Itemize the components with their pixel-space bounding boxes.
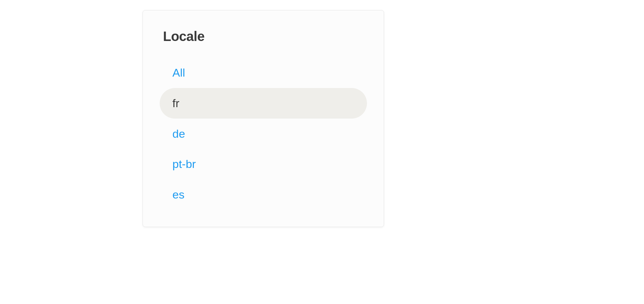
locale-panel: Locale All fr de pt-br es [143, 10, 384, 227]
locale-item-de[interactable]: de [160, 119, 367, 149]
locale-item-pt-br[interactable]: pt-br [160, 149, 367, 179]
locale-item-es[interactable]: es [160, 179, 367, 210]
locale-item-all[interactable]: All [160, 57, 367, 88]
panel-title: Locale [163, 29, 367, 44]
locale-list: All fr de pt-br es [160, 57, 367, 210]
locale-item-fr[interactable]: fr [160, 88, 367, 119]
